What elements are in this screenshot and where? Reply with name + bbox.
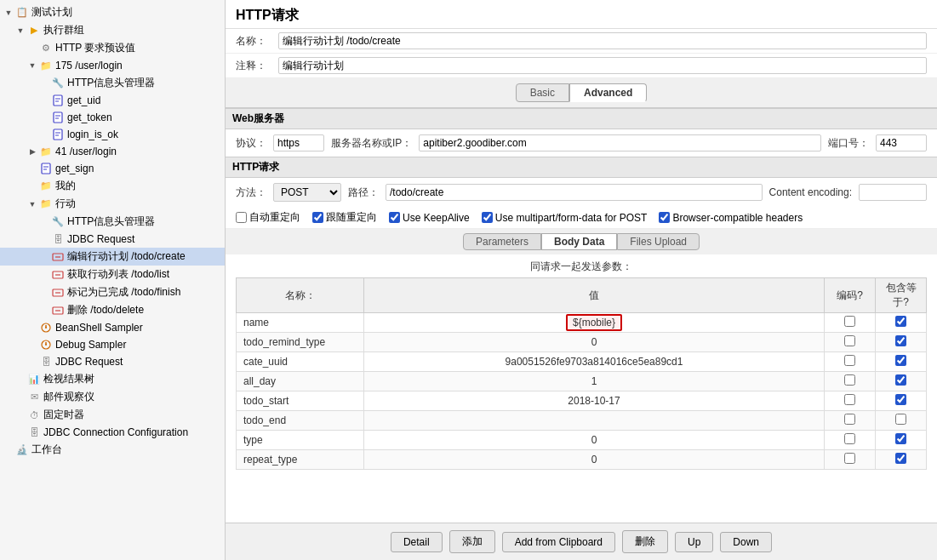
inner-tabs: Parameters Body Data Files Upload xyxy=(226,229,937,254)
sidebar-item-edit-todo[interactable]: 编辑行动计划 /todo/create xyxy=(0,248,225,266)
tab-body-data[interactable]: Body Data xyxy=(541,233,617,250)
detail-button[interactable]: Detail xyxy=(391,532,443,552)
col-2: 编码? xyxy=(825,278,876,313)
param-value: 0 xyxy=(364,431,825,450)
main-panel: HTTP请求 名称： 注释： Basic Advanced Web服务器 协议：… xyxy=(226,0,937,560)
tree-label: get_uid xyxy=(67,94,100,106)
http-manager-icon: 🔧 xyxy=(51,77,65,90)
multipart-checkbox[interactable] xyxy=(482,212,493,223)
sampler-icon xyxy=(39,321,53,334)
param-encode[interactable] xyxy=(825,450,876,470)
tree-label: 检视结果树 xyxy=(43,372,94,386)
keepalive-check[interactable]: Use KeepAlive xyxy=(389,212,470,224)
protocol-input[interactable] xyxy=(273,134,324,151)
down-button[interactable]: Down xyxy=(720,532,772,552)
tree-label: JDBC Request xyxy=(55,356,123,368)
add-clipboard-button[interactable]: Add from Clipboard xyxy=(502,532,615,552)
path-label: 路径： xyxy=(348,186,379,200)
sidebar-item-fixed-timer[interactable]: ⏱固定时器 xyxy=(0,406,225,424)
sidebar-item-jdbc-request-2[interactable]: 🗄JDBC Request xyxy=(0,353,225,370)
multipart-check[interactable]: Use multipart/form-data for POST xyxy=(482,212,648,224)
comment-input[interactable] xyxy=(278,57,927,74)
port-input[interactable] xyxy=(876,134,927,151)
tree-label: get_token xyxy=(67,111,112,123)
sidebar-item-results-tree[interactable]: 📊检视结果树 xyxy=(0,370,225,388)
sidebar-item-action[interactable]: ▼📁行动 xyxy=(0,195,225,213)
sidebar-item-jdbc-request[interactable]: 🗄JDBC Request xyxy=(0,231,225,248)
sidebar-item-http-manager-1[interactable]: 🔧HTTP信息头管理器 xyxy=(0,74,225,92)
param-include[interactable] xyxy=(876,431,927,450)
auto-redirect-check[interactable]: 自动重定向 xyxy=(236,210,300,225)
keepalive-checkbox[interactable] xyxy=(389,212,400,223)
param-encode[interactable] xyxy=(825,333,876,352)
folder-icon: 📁 xyxy=(39,59,53,72)
method-select[interactable]: POST GET PUT DELETE xyxy=(273,183,341,202)
param-include[interactable] xyxy=(876,333,927,352)
expand-arrow: ▼ xyxy=(27,200,37,209)
sidebar-item-login-is-ok[interactable]: login_is_ok xyxy=(0,126,225,143)
auto-redirect-checkbox[interactable] xyxy=(236,212,247,223)
name-row: 名称： xyxy=(226,29,937,54)
port-label: 端口号： xyxy=(828,136,869,151)
sidebar-item-jdbc-config[interactable]: 🗄JDBC Connection Configuration xyxy=(0,424,225,441)
sidebar-item-http-manager-2[interactable]: 🔧HTTP信息头管理器 xyxy=(0,213,225,231)
up-button[interactable]: Up xyxy=(675,532,713,552)
sidebar-item-get-token[interactable]: get_token xyxy=(0,109,225,126)
sidebar-item-debug-sampler[interactable]: Debug Sampler xyxy=(0,336,225,353)
param-encode[interactable] xyxy=(825,372,876,391)
param-encode[interactable] xyxy=(825,411,876,431)
workbench-icon: 🔬 xyxy=(15,443,29,457)
param-include[interactable] xyxy=(876,450,927,470)
sidebar-item-mail-observer[interactable]: ✉邮件观察仪 xyxy=(0,388,225,406)
sidebar-item-get-uid[interactable]: get_uid xyxy=(0,92,225,109)
sidebar-item-delete-todo[interactable]: 删除 /todo/delete xyxy=(0,301,225,319)
follow-redirect-checkbox[interactable] xyxy=(312,212,323,223)
http-request-row: 方法： POST GET PUT DELETE 路径： Content enco… xyxy=(226,178,937,207)
sidebar-item-my[interactable]: 📁我的 xyxy=(0,177,225,195)
sidebar-item-mark-done[interactable]: 标记为已完成 /todo/finish xyxy=(0,283,225,301)
param-encode[interactable] xyxy=(825,391,876,411)
checkboxes-row: 自动重定向 跟随重定向 Use KeepAlive Use multipart/… xyxy=(226,207,937,229)
param-include[interactable] xyxy=(876,372,927,391)
sidebar-item-get-sign[interactable]: get_sign xyxy=(0,160,225,177)
table-row: repeat_type0 xyxy=(237,450,927,470)
sidebar-item-http-defaults[interactable]: ⚙HTTP 要求预设值 xyxy=(0,39,225,57)
script-icon xyxy=(51,94,65,107)
encoding-input[interactable] xyxy=(859,184,927,201)
sidebar-item-workbench[interactable]: 🔬工作台 xyxy=(0,441,225,459)
param-encode[interactable] xyxy=(825,313,876,333)
name-input[interactable] xyxy=(278,32,927,49)
param-include[interactable] xyxy=(876,352,927,372)
param-include[interactable] xyxy=(876,411,927,431)
tree-label: HTTP信息头管理器 xyxy=(67,76,155,90)
add-button[interactable]: 添加 xyxy=(449,530,495,553)
group-icon: ▶ xyxy=(27,24,41,37)
sidebar-item-beanshell-sampler[interactable]: BeanShell Sampler xyxy=(0,319,225,336)
param-include[interactable] xyxy=(876,313,927,333)
param-encode[interactable] xyxy=(825,352,876,372)
tree-label: 固定时器 xyxy=(43,408,84,422)
sidebar-item-user-login-175[interactable]: ▼📁175 /user/login xyxy=(0,57,225,74)
follow-redirect-check[interactable]: 跟随重定向 xyxy=(312,210,377,225)
comment-row: 注释： xyxy=(226,54,937,78)
tab-files-upload[interactable]: Files Upload xyxy=(617,233,700,250)
expand-arrow: ▼ xyxy=(3,9,14,17)
tab-advanced[interactable]: Advanced xyxy=(569,83,647,102)
tab-parameters[interactable]: Parameters xyxy=(463,233,541,250)
sidebar-item-thread-group[interactable]: ▼▶执行群组 xyxy=(0,21,225,39)
svg-point-22 xyxy=(45,327,47,329)
browser-compat-check[interactable]: Browser-compatible headers xyxy=(659,212,803,224)
params-table: 名称：值编码?包含等于? name${mobile}todo_remind_ty… xyxy=(236,277,927,470)
table-row: cate_uuid9a0051526fe9703a814016ce5ea89cd… xyxy=(237,352,927,372)
http-request-section-header: HTTP请求 xyxy=(226,157,937,178)
browser-compat-checkbox[interactable] xyxy=(659,212,670,223)
tab-basic[interactable]: Basic xyxy=(516,83,569,102)
param-encode[interactable] xyxy=(825,431,876,450)
sidebar-item-get-todo-list[interactable]: 获取行动列表 /todo/list xyxy=(0,266,225,283)
path-input[interactable] xyxy=(386,184,763,201)
sidebar-item-user-login-41[interactable]: ▶📁41 /user/login xyxy=(0,143,225,160)
delete-button[interactable]: 删除 xyxy=(622,530,668,553)
server-input[interactable] xyxy=(419,134,821,151)
sidebar-item-test-plan[interactable]: ▼📋测试计划 xyxy=(0,3,225,21)
param-include[interactable] xyxy=(876,391,927,411)
